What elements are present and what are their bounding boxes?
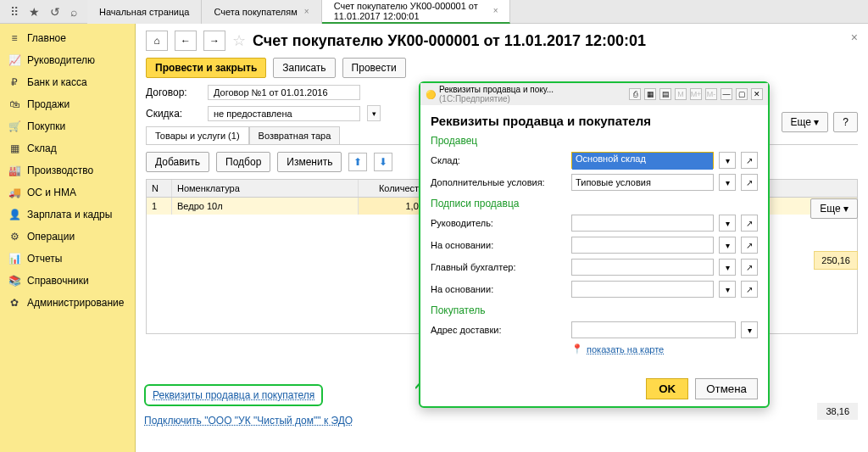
sidebar-label: Банк и касса (27, 76, 87, 88)
tb-minimize-icon[interactable]: — (721, 88, 732, 100)
tb-mplus-icon[interactable]: M+ (690, 88, 702, 100)
dropdown-icon[interactable]: ▾ (719, 237, 736, 254)
extra-label: Дополнительные условия: (431, 177, 566, 187)
tab-tare[interactable]: Возвратная тара (249, 126, 341, 144)
sidebar-item-manager[interactable]: 📈Руководителю (0, 49, 135, 71)
contract-value[interactable]: Договор №1 от 01.01.2016 (208, 85, 360, 100)
write-button[interactable]: Записать (273, 58, 335, 78)
move-up-button[interactable]: ⬆ (348, 153, 367, 171)
tb-calc-icon[interactable]: ▤ (659, 88, 671, 100)
tb-close-icon[interactable]: ✕ (751, 88, 763, 100)
warehouse-input[interactable]: Основной склад (572, 153, 713, 170)
tb-m-icon[interactable]: M (675, 88, 687, 100)
dropdown-icon[interactable]: ▾ (719, 259, 736, 276)
search-icon[interactable]: ⌕ (70, 5, 77, 19)
sidebar-item-production[interactable]: 🏭Производство (0, 159, 135, 181)
edit-button[interactable]: Изменить (277, 152, 342, 172)
tab-goods[interactable]: Товары и услуги (1) (146, 126, 249, 144)
nav-forward-button[interactable]: → (203, 31, 225, 51)
footer-value: 38,16 (817, 403, 858, 420)
basis2-input[interactable] (571, 281, 714, 298)
cell-n: 1 (147, 198, 172, 215)
post-close-button[interactable]: Провести и закрыть (146, 58, 266, 78)
tab-home[interactable]: Начальная страница (87, 0, 202, 24)
page-title: Счет покупателю УК00-000001 от 11.01.201… (253, 32, 646, 50)
discount-label: Скидка: (146, 108, 201, 120)
map-link[interactable]: 📍показать на карте (571, 343, 758, 354)
discount-value[interactable]: не предоставлена (208, 106, 360, 121)
basis1-input[interactable] (571, 237, 714, 254)
ruble-icon: ₽ (8, 76, 20, 88)
close-page-icon[interactable]: × (851, 31, 858, 44)
sidebar-label: Операции (27, 231, 75, 243)
open-icon[interactable]: ↗ (741, 237, 758, 254)
close-icon[interactable]: × (493, 6, 498, 15)
cancel-button[interactable]: Отмена (695, 378, 758, 399)
favorite-icon[interactable]: ☆ (232, 31, 246, 50)
tab-invoice[interactable]: Счет покупателю УК00-000001 от 11.01.201… (322, 0, 511, 24)
sidebar-item-purchases[interactable]: 🛒Покупки (0, 115, 135, 137)
tb-maximize-icon[interactable]: ▢ (736, 88, 748, 100)
tab-invoices[interactable]: Счета покупателям× (202, 0, 321, 24)
apps-icon[interactable]: ⠿ (10, 5, 19, 19)
delivery-input[interactable] (571, 321, 736, 338)
manager-label: Руководитель: (431, 218, 566, 228)
sidebar-item-operations[interactable]: ⚙Операции (0, 226, 135, 248)
tb-mminus-icon[interactable]: M- (705, 88, 717, 100)
tb-grid-icon[interactable]: ▦ (644, 88, 656, 100)
details-link-text[interactable]: Реквизиты продавца и покупателя (153, 389, 314, 401)
move-down-button[interactable]: ⬇ (374, 153, 392, 171)
history-icon[interactable]: ↺ (50, 5, 60, 19)
open-icon[interactable]: ↗ (741, 259, 758, 276)
app-icon: 🟡 (426, 90, 436, 99)
manager-input[interactable] (571, 215, 714, 232)
seller-buyer-details-link[interactable]: Реквизиты продавца и покупателя (144, 384, 323, 406)
open-icon[interactable]: ↗ (741, 174, 758, 191)
sidebar-item-bank[interactable]: ₽Банк и касса (0, 71, 135, 93)
add-button[interactable]: Добавить (146, 152, 209, 172)
dropdown-icon[interactable]: ▾ (367, 105, 381, 121)
sidebar-item-assets[interactable]: 🚚ОС и НМА (0, 181, 135, 204)
edo-link[interactable]: Подключить "ООО "УК "Чистый дом"" к ЭДО (144, 415, 353, 427)
delivery-label: Адрес доставки: (431, 325, 566, 335)
more-button[interactable]: Еще ▾ (782, 112, 829, 132)
more-label: Еще (791, 116, 811, 128)
basis2-label: На основании: (431, 284, 566, 294)
sidebar-label: Отчеты (27, 253, 62, 265)
sidebar-item-warehouse[interactable]: ▦Склад (0, 137, 135, 159)
accountant-input[interactable] (571, 259, 714, 276)
pin-icon: 📍 (571, 343, 583, 354)
sidebar: ≡Главное 📈Руководителю ₽Банк и касса 🛍Пр… (0, 24, 136, 452)
close-icon[interactable]: × (304, 7, 309, 16)
open-icon[interactable]: ↗ (741, 281, 758, 298)
open-icon[interactable]: ↗ (741, 152, 758, 169)
nav-home-button[interactable]: ⌂ (146, 31, 168, 51)
dropdown-icon[interactable]: ▾ (719, 152, 736, 169)
sidebar-item-reports[interactable]: 📊Отчеты (0, 248, 135, 270)
dropdown-icon[interactable]: ▾ (719, 174, 736, 191)
sidebar-item-salary[interactable]: 👤Зарплата и кадры (0, 204, 135, 226)
sidebar-label: ОС и НМА (27, 187, 76, 198)
tb-print-icon[interactable]: ⎙ (629, 88, 641, 100)
post-button[interactable]: Провести (342, 58, 406, 78)
sidebar-item-sales[interactable]: 🛍Продажи (0, 93, 135, 115)
dropdown-icon[interactable]: ▾ (719, 281, 736, 298)
nav-back-button[interactable]: ← (175, 31, 197, 51)
dialog-titlebar-text: Реквизиты продавца и поку... (1С:Предпри… (439, 85, 626, 103)
star-icon[interactable]: ★ (29, 5, 40, 19)
more-table-button[interactable]: Еще ▾ (810, 198, 858, 219)
ok-button[interactable]: OK (646, 378, 688, 399)
help-button[interactable]: ? (833, 112, 858, 132)
sidebar-item-main[interactable]: ≡Главное (0, 27, 135, 49)
sidebar-item-admin[interactable]: ✿Администрирование (0, 292, 135, 314)
dropdown-icon[interactable]: ▾ (741, 321, 758, 338)
contract-label: Договор: (146, 86, 201, 98)
open-icon[interactable]: ↗ (741, 215, 758, 232)
extra-input[interactable] (571, 174, 714, 191)
pick-button[interactable]: Подбор (216, 152, 270, 172)
sidebar-label: Руководителю (27, 54, 95, 66)
col-n: N (147, 180, 172, 197)
chart-icon: 📈 (8, 54, 20, 66)
sidebar-item-catalogs[interactable]: 📚Справочники (0, 270, 135, 292)
dropdown-icon[interactable]: ▾ (719, 215, 736, 232)
